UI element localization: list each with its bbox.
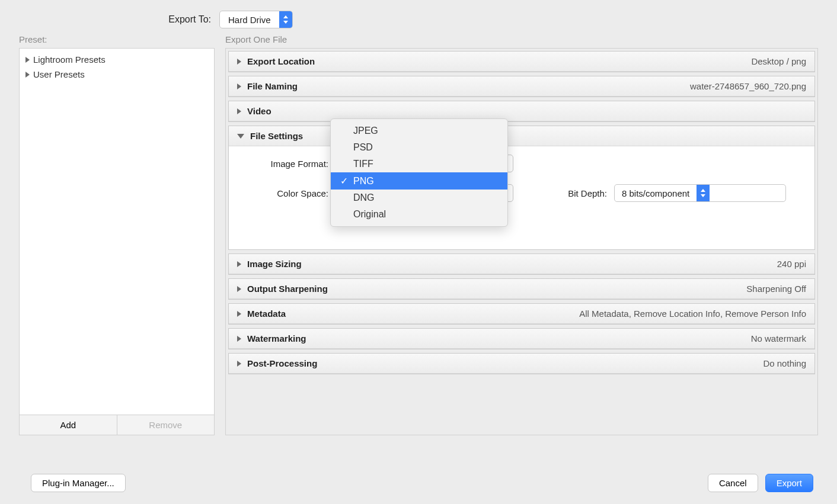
format-option-label: DNG [353, 192, 375, 203]
panel-header-export-location[interactable]: Export Location Desktop / png [229, 52, 814, 72]
disclosure-triangle-icon [237, 59, 241, 65]
format-option-label: JPEG [353, 126, 378, 136]
panel-title: Output Sharpening [247, 284, 328, 294]
panel-header-file-settings[interactable]: File Settings [229, 126, 814, 146]
format-option-label: PNG [353, 176, 374, 187]
panel-video: Video [228, 101, 815, 122]
panel-summary: Do nothing [763, 358, 806, 368]
disclosure-triangle-icon [237, 84, 241, 89]
panel-file-naming: File Naming water-2748657_960_720.png [228, 76, 815, 97]
format-option-dng[interactable]: DNG [331, 190, 507, 206]
format-option-label: TIFF [353, 159, 373, 169]
panel-title: Metadata [247, 309, 286, 319]
disclosure-triangle-icon [237, 361, 241, 367]
preset-list[interactable]: Lightroom Presets User Presets [19, 48, 215, 415]
panel-summary: water-2748657_960_720.png [690, 81, 806, 91]
panel-export-location: Export Location Desktop / png [228, 51, 815, 72]
panel-title: File Settings [250, 131, 303, 141]
image-format-row: Image Format: PNG [241, 155, 803, 172]
preset-item-user[interactable]: User Presets [22, 67, 212, 82]
format-option-png[interactable]: ✓PNG [331, 172, 507, 190]
format-option-label: Original [353, 209, 386, 220]
panel-file-settings: File Settings Image Format: PNG Color Sp… [228, 126, 815, 250]
disclosure-triangle-icon [237, 108, 241, 114]
updown-arrows-icon [697, 185, 710, 201]
disclosure-triangle-icon [25, 72, 30, 78]
panel-image-sizing: Image Sizing 240 ppi [228, 253, 815, 275]
panel-header-output-sharpening[interactable]: Output Sharpening Sharpening Off [229, 279, 814, 299]
format-option-tiff[interactable]: TIFF [331, 156, 507, 172]
remove-preset-button: Remove [117, 415, 215, 435]
color-space-label: Color Space: [241, 188, 336, 198]
dialog-footer: Plug-in Manager... Cancel Export [0, 474, 837, 492]
panel-header-file-naming[interactable]: File Naming water-2748657_960_720.png [229, 76, 814, 97]
panel-title: Export Location [247, 56, 315, 66]
preset-column: Preset: Lightroom Presets User Presets A… [19, 34, 215, 435]
panel-summary: 240 ppi [777, 259, 806, 269]
panel-header-watermarking[interactable]: Watermarking No watermark [229, 329, 814, 349]
plugin-manager-button[interactable]: Plug-in Manager... [31, 474, 126, 492]
cancel-button[interactable]: Cancel [708, 474, 758, 492]
export-to-value: Hard Drive [220, 15, 279, 25]
panel-title: Post-Processing [247, 358, 317, 368]
disclosure-triangle-icon [237, 286, 241, 292]
preset-section-label: Preset: [19, 34, 215, 44]
disclosure-triangle-icon [237, 261, 241, 267]
bit-depth-label: Bit Depth: [549, 188, 614, 198]
export-to-row: Export To: Hard Drive [0, 0, 837, 34]
panel-header-metadata[interactable]: Metadata All Metadata, Remove Location I… [229, 304, 814, 324]
checkmark-icon: ✓ [339, 175, 349, 187]
panel-title: Watermarking [247, 333, 306, 344]
bit-depth-select[interactable]: 8 bits/component [614, 184, 786, 202]
color-space-row: Color Space: Bit Depth: 8 bits/component [241, 184, 803, 202]
panel-output-sharpening: Output Sharpening Sharpening Off [228, 278, 815, 300]
settings-column: Export One File Export Location Desktop … [225, 34, 818, 435]
panel-stack: Export Location Desktop / png File Namin… [225, 48, 818, 435]
panel-summary: Sharpening Off [746, 284, 806, 294]
updown-arrows-icon [279, 11, 292, 28]
disclosure-triangle-icon [237, 134, 244, 139]
disclosure-triangle-icon [237, 311, 241, 317]
panel-title: File Naming [247, 81, 298, 91]
format-option-original[interactable]: Original [331, 206, 507, 223]
panel-watermarking: Watermarking No watermark [228, 328, 815, 349]
panel-summary: No watermark [751, 333, 806, 344]
format-option-jpeg[interactable]: JPEG [331, 123, 507, 139]
format-option-label: PSD [353, 142, 373, 153]
preset-item-label: Lightroom Presets [33, 54, 106, 65]
export-count-label: Export One File [225, 34, 818, 44]
panel-summary: Desktop / png [751, 56, 806, 66]
export-to-popup[interactable]: Hard Drive [219, 11, 293, 28]
panel-post-processing: Post-Processing Do nothing [228, 353, 815, 374]
panel-title: Video [247, 106, 271, 116]
panel-header-image-sizing[interactable]: Image Sizing 240 ppi [229, 254, 814, 274]
export-to-label: Export To: [0, 14, 219, 25]
disclosure-triangle-icon [237, 336, 241, 342]
image-format-label: Image Format: [241, 159, 336, 169]
bit-depth-value: 8 bits/component [615, 185, 697, 201]
disclosure-triangle-icon [25, 57, 30, 63]
image-format-dropdown[interactable]: JPEGPSDTIFF✓PNGDNGOriginal [330, 118, 508, 227]
preset-item-label: User Presets [33, 69, 85, 79]
format-option-psd[interactable]: PSD [331, 139, 507, 156]
panel-header-post-processing[interactable]: Post-Processing Do nothing [229, 354, 814, 374]
panel-header-video[interactable]: Video [229, 101, 814, 121]
preset-buttons: Add Remove [19, 415, 215, 435]
preset-item-lightroom[interactable]: Lightroom Presets [22, 52, 212, 67]
add-preset-button[interactable]: Add [20, 415, 117, 435]
panel-body-file-settings: Image Format: PNG Color Space: [229, 146, 814, 249]
panel-metadata: Metadata All Metadata, Remove Location I… [228, 303, 815, 325]
export-button[interactable]: Export [765, 474, 813, 492]
panel-summary: All Metadata, Remove Location Info, Remo… [579, 309, 806, 319]
panel-title: Image Sizing [247, 259, 302, 269]
